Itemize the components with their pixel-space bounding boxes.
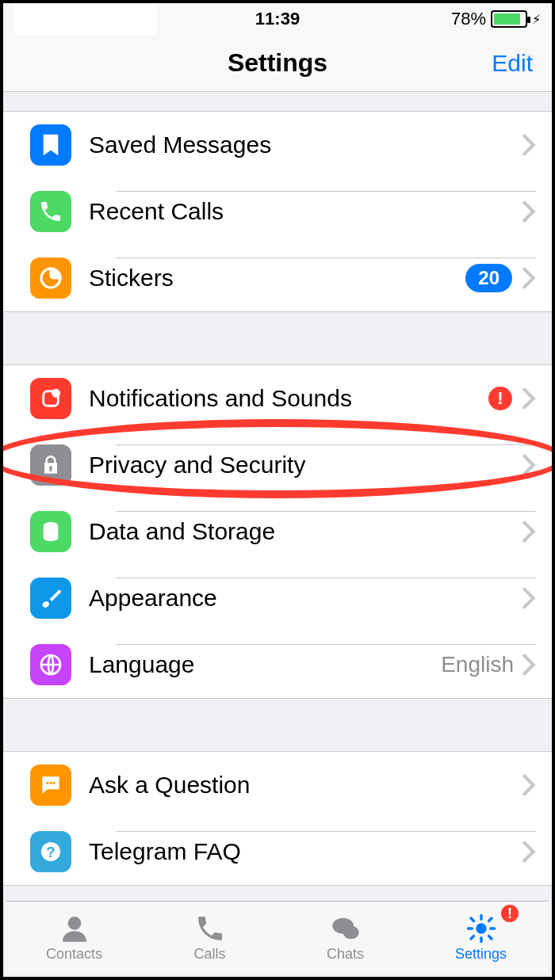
chevron-right-icon: [522, 774, 536, 796]
disk-icon: [30, 511, 71, 552]
chevron-right-icon: [522, 134, 536, 156]
chevron-right-icon: [522, 454, 536, 476]
chats-icon: [328, 913, 363, 944]
chevron-right-icon: [522, 841, 536, 863]
row-label: Stickers: [89, 265, 465, 292]
svg-point-2: [53, 390, 59, 396]
row-label: Notifications and Sounds: [89, 385, 488, 412]
settings-icon: [464, 913, 499, 944]
section-spacer: [3, 92, 552, 111]
question-icon: ?: [30, 831, 71, 872]
brush-icon: [30, 578, 71, 619]
chevron-right-icon: [522, 387, 536, 410]
svg-point-7: [52, 782, 55, 784]
row-privacy-security[interactable]: Privacy and Security: [3, 432, 552, 498]
tab-alert-badge: !: [500, 903, 520, 924]
chevron-right-icon: [522, 200, 536, 223]
row-label: Appearance: [89, 585, 522, 612]
status-time: 11:39: [255, 9, 300, 29]
svg-point-6: [49, 782, 52, 784]
status-battery-pct: 78%: [451, 9, 486, 29]
calls-icon: [193, 913, 228, 944]
settings-group-1: Saved Messages Recent Calls Stickers 20: [3, 111, 552, 312]
charging-icon: ⚡︎: [532, 12, 541, 27]
row-ask-question[interactable]: Ask a Question: [3, 752, 552, 818]
chevron-right-icon: [522, 267, 536, 289]
nav-bar: Settings Edit: [3, 35, 552, 92]
status-carrier: [14, 3, 157, 35]
row-label: Ask a Question: [89, 772, 522, 799]
status-battery-group: 78% ⚡︎: [451, 9, 541, 29]
row-faq[interactable]: ? Telegram FAQ: [3, 818, 552, 885]
svg-point-13: [477, 925, 485, 932]
tab-bar: Contacts Calls Chats Settings !: [6, 901, 549, 974]
section-spacer: [3, 312, 552, 364]
tab-calls[interactable]: Calls: [142, 902, 278, 974]
row-stickers[interactable]: Stickers 20: [3, 245, 552, 311]
row-label: Data and Storage: [89, 518, 522, 545]
row-label: Privacy and Security: [89, 452, 522, 479]
tab-label: Contacts: [46, 946, 102, 963]
edit-button[interactable]: Edit: [492, 50, 533, 77]
alert-badge-icon: !: [488, 387, 512, 410]
phone-icon: [30, 191, 71, 232]
battery-icon: [491, 10, 527, 28]
bookmark-icon: [30, 124, 71, 166]
bell-icon: [30, 378, 71, 419]
row-saved-messages[interactable]: Saved Messages: [3, 112, 552, 178]
row-detail: English: [441, 652, 514, 677]
contacts-icon: [57, 913, 92, 944]
svg-point-10: [67, 917, 81, 930]
tab-label: Chats: [327, 946, 364, 963]
count-badge: 20: [465, 264, 512, 292]
svg-text:?: ?: [46, 844, 55, 860]
row-data-storage[interactable]: Data and Storage: [3, 498, 552, 565]
row-label: Telegram FAQ: [89, 838, 522, 865]
row-language[interactable]: Language English: [3, 631, 552, 698]
svg-point-12: [343, 926, 358, 940]
row-notifications[interactable]: Notifications and Sounds !: [3, 365, 552, 432]
tab-settings[interactable]: Settings !: [413, 902, 549, 974]
status-bar: 11:39 78% ⚡︎: [3, 3, 552, 35]
lock-icon: [30, 444, 71, 486]
row-recent-calls[interactable]: Recent Calls: [3, 178, 552, 245]
section-spacer: [3, 699, 552, 751]
svg-point-3: [44, 522, 59, 528]
tab-chats[interactable]: Chats: [278, 902, 413, 974]
stickers-icon: [30, 257, 71, 299]
chevron-right-icon: [522, 521, 536, 543]
row-label: Saved Messages: [89, 132, 522, 158]
row-appearance[interactable]: Appearance: [3, 565, 552, 631]
chevron-right-icon: [522, 587, 536, 609]
chevron-right-icon: [522, 654, 536, 676]
settings-group-3: Ask a Question ? Telegram FAQ: [3, 751, 552, 886]
tab-label: Settings: [455, 946, 507, 963]
row-label: Language: [89, 651, 441, 678]
chat-icon: [30, 765, 71, 806]
tab-label: Calls: [193, 946, 225, 963]
page-title: Settings: [228, 48, 327, 78]
row-label: Recent Calls: [89, 198, 522, 225]
settings-group-2: Notifications and Sounds ! Privacy and S…: [3, 364, 552, 699]
svg-point-5: [46, 782, 48, 784]
tab-contacts[interactable]: Contacts: [6, 902, 142, 974]
globe-icon: [30, 644, 71, 685]
